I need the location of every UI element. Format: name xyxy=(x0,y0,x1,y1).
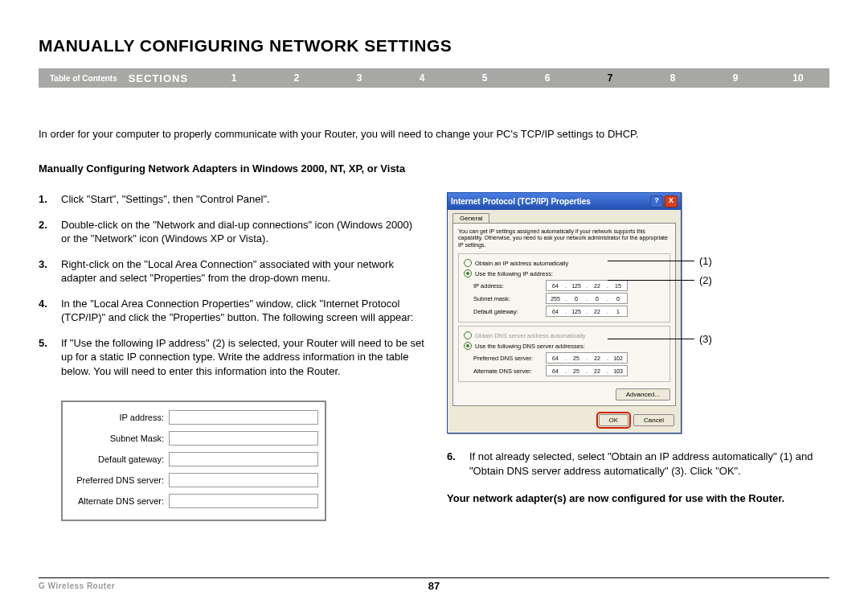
nav-item-1[interactable]: 1 xyxy=(203,72,265,84)
radio-use-dns[interactable] xyxy=(464,342,472,350)
ip-label-subnet: Subnet Mask: xyxy=(69,433,169,443)
callout-2: (2) xyxy=(699,274,712,286)
step-1: Click "Start", "Settings", then "Control… xyxy=(39,192,424,207)
section-nav: Table of Contents SECTIONS 1 2 3 4 5 6 7… xyxy=(39,68,829,88)
subheading: Manually Configuring Network Adapters in… xyxy=(39,162,829,175)
page-number: 87 xyxy=(428,580,440,592)
nav-item-6[interactable]: 6 xyxy=(516,72,579,84)
close-icon[interactable]: X xyxy=(665,195,678,207)
step-3: Right-click on the "Local Area Connectio… xyxy=(39,257,424,286)
dialog-title: Internet Protocol (TCP/IP) Properties xyxy=(451,197,591,206)
nav-toc[interactable]: Table of Contents xyxy=(39,74,129,83)
tcpip-dialog: Internet Protocol (TCP/IP) Properties ? … xyxy=(447,192,682,433)
prefdns-field[interactable] xyxy=(169,473,318,487)
page-title: Manually Configuring Network Settings xyxy=(39,36,829,55)
advanced-button[interactable]: Advanced... xyxy=(616,388,670,401)
altdns-field[interactable] xyxy=(169,494,318,508)
nav-item-5[interactable]: 5 xyxy=(453,72,516,84)
radio-use-ip[interactable] xyxy=(464,269,472,277)
tab-general[interactable]: General xyxy=(452,213,489,223)
ip-label-altdns: Alternate DNS server: xyxy=(69,496,169,506)
ok-button[interactable]: OK xyxy=(599,414,629,426)
callout-line-3 xyxy=(608,339,694,339)
step-2: Double-click on the "Network and dial-up… xyxy=(39,218,424,246)
step-6: 6. If not already selected, select "Obta… xyxy=(447,450,829,478)
dialog-blurb: You can get IP settings assigned automat… xyxy=(458,228,670,249)
ip-label-prefdns: Preferred DNS server: xyxy=(69,475,169,485)
callout-line-1 xyxy=(608,261,694,261)
radio-auto-dns[interactable] xyxy=(464,331,472,339)
gateway-field[interactable] xyxy=(169,452,318,466)
dialog-titlebar: Internet Protocol (TCP/IP) Properties ? … xyxy=(448,193,681,210)
subnet-field[interactable] xyxy=(169,431,318,446)
step-5: If "Use the following IP address" (2) is… xyxy=(39,336,424,379)
intro-text: In order for your computer to properly c… xyxy=(39,128,829,140)
nav-item-8[interactable]: 8 xyxy=(641,72,704,84)
subnet-input[interactable]: 255.0.0.0 xyxy=(546,293,628,304)
step-4: In the "Local Area Connection Properties… xyxy=(39,297,424,325)
ip-label-gateway: Default gateway: xyxy=(69,454,169,464)
product-name: G Wireless Router xyxy=(39,581,115,590)
nav-item-3[interactable]: 3 xyxy=(328,72,391,84)
radio-auto-ip[interactable] xyxy=(464,259,472,267)
callout-3: (3) xyxy=(699,333,712,345)
ip-field[interactable] xyxy=(169,410,318,425)
conclusion: Your network adapter(s) are now configur… xyxy=(447,492,829,504)
nav-item-7[interactable]: 7 xyxy=(579,72,641,84)
alt-dns-input[interactable]: 64.25.22.103 xyxy=(546,365,628,376)
nav-item-2[interactable]: 2 xyxy=(265,72,328,84)
ip-entry-table: IP address: Subnet Mask: Default gateway… xyxy=(61,401,326,521)
nav-sections-label: SECTIONS xyxy=(129,72,188,84)
page-footer: G Wireless Router 87 xyxy=(39,577,829,590)
nav-item-10[interactable]: 10 xyxy=(767,72,829,84)
callout-line-2 xyxy=(608,280,694,281)
cancel-button[interactable]: Cancel xyxy=(633,414,674,426)
nav-item-9[interactable]: 9 xyxy=(704,72,767,84)
ip-label-ip: IP address: xyxy=(69,413,169,422)
nav-item-4[interactable]: 4 xyxy=(391,72,453,84)
pref-dns-input[interactable]: 64.25.22.102 xyxy=(546,352,628,364)
callout-1: (1) xyxy=(699,255,712,267)
gateway-input[interactable]: 64.125.22.1 xyxy=(546,306,628,317)
steps-list: Click "Start", "Settings", then "Control… xyxy=(39,192,424,378)
help-icon[interactable]: ? xyxy=(650,195,663,207)
